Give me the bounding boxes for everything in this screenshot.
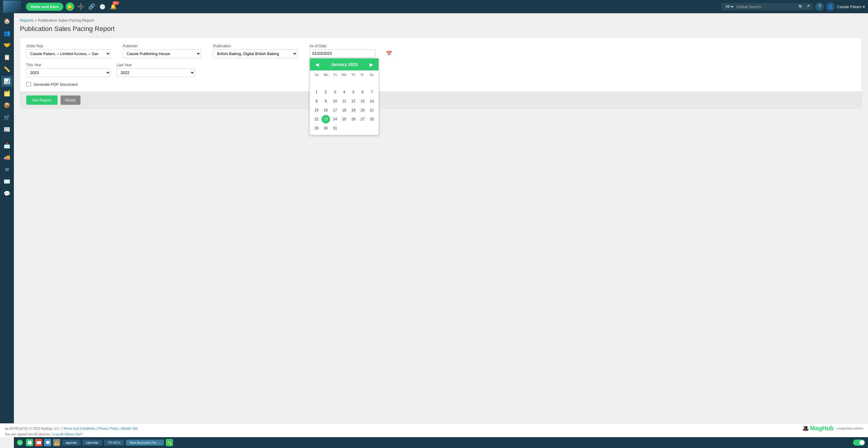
calendar-day-15[interactable]: 15 <box>312 106 321 114</box>
calendar-day-2[interactable]: 2 <box>321 88 330 96</box>
calendar-day-3[interactable]: 3 <box>331 88 339 96</box>
footer-mobile-link[interactable]: Mobile Site <box>121 426 138 430</box>
calendar-day-14[interactable]: 14 <box>368 97 376 105</box>
maghub-tagline: a magzining solution <box>836 427 864 430</box>
calendar-day-12[interactable]: 12 <box>349 97 358 105</box>
weekday-mo: Mo <box>321 73 330 76</box>
reset-button[interactable]: Reset <box>61 96 81 105</box>
this-year-label: This Year <box>26 63 111 67</box>
calendar-day-31[interactable]: 31 <box>331 124 339 133</box>
sidebar-item-shopping[interactable]: 🛒 <box>1 112 12 123</box>
bell-icon[interactable]: 🔔 99+ <box>109 2 118 11</box>
sidebar-item-shipping[interactable]: 🚚 <box>1 152 12 163</box>
search-scope-dropdown[interactable]: All <box>724 4 735 9</box>
calendar-day-28[interactable]: 28 <box>368 115 376 124</box>
as-of-date-input[interactable]: 01/23/2023 <box>310 49 376 58</box>
taskbar-alert-icon[interactable]: ⚠️ <box>53 439 60 446</box>
log-out-link[interactable]: Log All Others Out? <box>53 432 82 436</box>
sidebar-item-mailings[interactable]: 📩 <box>1 140 12 151</box>
calendar-day-10[interactable]: 10 <box>331 97 339 105</box>
sidebar-item-publications[interactable]: 📰 <box>1 124 12 135</box>
global-search-input[interactable] <box>736 4 797 9</box>
calendar-next-button[interactable]: ▶ <box>368 61 375 68</box>
calendar-day-29[interactable]: 29 <box>312 124 321 133</box>
sidebar-item-word[interactable]: W <box>1 164 12 175</box>
publisher-select[interactable]: Cassie Publishing House <box>123 49 201 58</box>
calendar-popup: ◀ January 2023 ▶ Su Mo Tu We Th Fr Sa <box>310 58 379 135</box>
taskbar-todo-button[interactable]: TO-DO's <box>104 440 124 446</box>
calendar-day-30[interactable]: 30 <box>321 124 330 133</box>
calendar-day-23[interactable]: 23 <box>321 115 330 124</box>
calendar-prev-button[interactable]: ◀ <box>313 61 321 68</box>
last-year-select[interactable]: 2022 <box>117 68 195 77</box>
publication-group: Publication British Baking, Digital Brit… <box>213 44 304 58</box>
sidebar-item-reports[interactable]: 📊 <box>1 76 12 87</box>
calendar-empty-cell <box>321 79 330 87</box>
calendar-day-19[interactable]: 19 <box>349 106 358 114</box>
calendar-day-20[interactable]: 20 <box>358 106 367 114</box>
publication-label: Publication <box>213 44 304 48</box>
taskbar-new-accounts-button[interactable]: New Accounts Per ... <box>126 440 164 446</box>
this-year-select[interactable]: 2023 <box>26 68 111 77</box>
calendar-day-18[interactable]: 18 <box>340 106 348 114</box>
calendar-open-icon[interactable]: 📅 <box>386 50 392 56</box>
calendar-day-7[interactable]: 7 <box>368 88 376 96</box>
calendar-day-5[interactable]: 5 <box>349 88 358 96</box>
calendar-day-4[interactable]: 4 <box>340 88 348 96</box>
generate-pdf-checkbox[interactable] <box>26 82 31 87</box>
sidebar-item-products[interactable]: 📦 <box>1 100 12 111</box>
sidebar-item-home[interactable]: 🏠 <box>1 16 12 27</box>
taskbar-calendar-button[interactable]: calendar <box>82 440 102 446</box>
calendar-day-6[interactable]: 6 <box>358 88 367 96</box>
notifications-icon[interactable]: 🔔 <box>66 2 74 11</box>
taskbar-email-icon[interactable]: ✉️ <box>35 439 42 446</box>
footer-privacy-link[interactable]: Privacy Policy <box>98 426 119 430</box>
search-icon[interactable]: 🔍 <box>798 4 803 9</box>
publication-select[interactable]: British Baking, Digital British Baking <box>213 49 298 58</box>
calendar-day-13[interactable]: 13 <box>358 97 367 105</box>
taskbar-clock-icon[interactable]: 🕐 <box>26 439 33 446</box>
sidebar-item-email[interactable]: ✉️ <box>1 176 12 187</box>
order-rep-label: Order Rep <box>26 44 117 48</box>
calendar-day-17[interactable]: 17 <box>331 106 339 114</box>
breadcrumb-reports-link[interactable]: Reports <box>20 18 34 23</box>
taskbar-edit-icon[interactable]: ✏️ <box>166 439 173 446</box>
user-menu[interactable]: Cassie Pataro ▾ <box>837 4 865 9</box>
user-avatar-icon[interactable]: 👤 <box>826 2 835 11</box>
calendar-day-11[interactable]: 11 <box>340 97 348 105</box>
sidebar-item-tasks[interactable]: 📋 <box>1 52 12 63</box>
calendar-day-25[interactable]: 25 <box>340 115 348 124</box>
app-logo[interactable] <box>3 1 21 13</box>
calendar-day-22[interactable]: 22 <box>312 115 321 124</box>
order-rep-select[interactable]: Cassie Pataro, – Limited Access, – Sam B… <box>26 49 111 58</box>
taskbar: 18 🕐 ✉️ 💬 ⚠️ agenda calendar TO-DO's New… <box>14 437 868 448</box>
refer-earn-button[interactable]: Refer and Earn <box>26 3 63 11</box>
sidebar-item-messages[interactable]: 💬 <box>1 188 12 199</box>
calendar-day-21[interactable]: 21 <box>368 106 376 114</box>
sidebar-item-contacts[interactable]: 👥 <box>1 28 12 38</box>
calendar-day-16[interactable]: 16 <box>321 106 330 114</box>
get-report-button[interactable]: Get Report <box>26 96 58 105</box>
calendar-day-27[interactable]: 27 <box>358 115 367 124</box>
sidebar-item-deals[interactable]: 🤝 <box>1 40 12 50</box>
calendar-day-26[interactable]: 26 <box>349 115 358 124</box>
help-icon[interactable]: ? <box>815 2 824 11</box>
calendar-day-8[interactable]: 8 <box>312 97 321 105</box>
mic-icon[interactable]: 🎤 <box>805 4 810 9</box>
taskbar-toggle[interactable] <box>853 440 865 446</box>
add-icon[interactable]: ➕ <box>76 2 85 11</box>
clock-icon[interactable]: 🕐 <box>98 2 107 11</box>
calendar-day-24[interactable]: 24 <box>331 115 339 124</box>
weekday-sa: Sa <box>367 73 376 76</box>
calendar-day-9[interactable]: 9 <box>321 97 330 105</box>
sidebar-item-orders[interactable]: ✏️ <box>1 64 12 75</box>
sidebar-item-files[interactable]: 🗂️ <box>1 88 12 99</box>
link-icon[interactable]: 🔗 <box>87 2 96 11</box>
generate-pdf-label: Generate PDF Document <box>33 82 78 87</box>
form-row-1: Order Rep Cassie Pataro, – Limited Acces… <box>26 44 856 58</box>
footer-terms-link[interactable]: Terms and Conditions <box>63 426 95 430</box>
form-row-2: This Year 2023 Last Year 2022 <box>26 63 856 77</box>
calendar-day-1[interactable]: 1 <box>312 88 321 96</box>
taskbar-agenda-button[interactable]: agenda <box>62 440 81 446</box>
taskbar-chat-icon[interactable]: 💬 <box>44 439 51 446</box>
